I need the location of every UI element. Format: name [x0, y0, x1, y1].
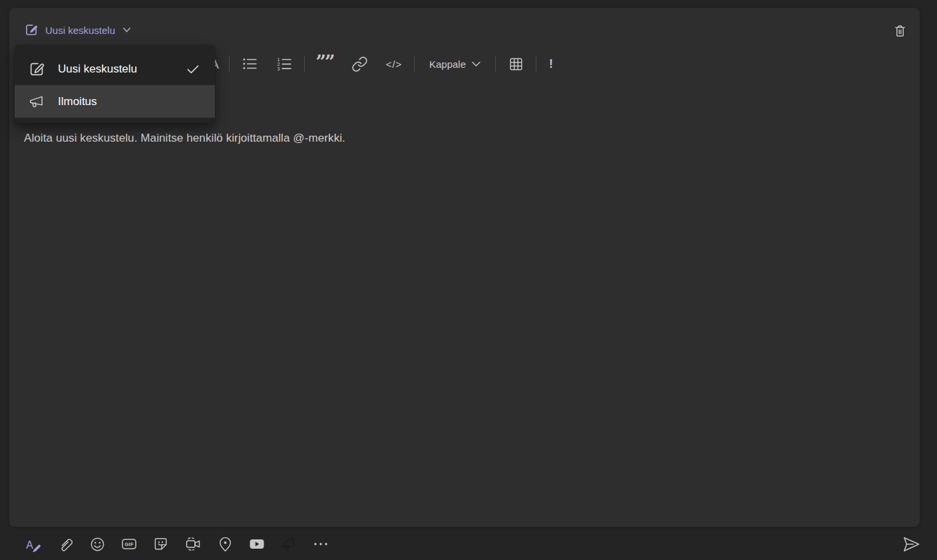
numbered-list-button[interactable]: 1 2 3 — [267, 52, 301, 76]
menu-item-label: Uusi keskustelu — [58, 63, 137, 76]
conversation-type-trigger[interactable]: Uusi keskustelu — [24, 20, 132, 40]
trash-icon — [892, 24, 908, 39]
emoji-button[interactable] — [88, 534, 106, 554]
toolbar-divider — [414, 56, 415, 72]
gif-icon: GIF — [120, 535, 138, 553]
compose-icon — [28, 61, 45, 78]
format-button[interactable]: A — [24, 534, 43, 554]
gif-button[interactable]: GIF — [120, 534, 138, 554]
svg-text:3: 3 — [277, 66, 280, 72]
message-editor-placeholder[interactable]: Aloita uusi keskustelu. Mainitse henkilö… — [24, 132, 345, 145]
bullet-list-icon — [241, 55, 258, 72]
code-icon: </> — [386, 59, 403, 70]
mark-important-button[interactable]: ! — [539, 52, 563, 76]
checkmark-icon — [184, 61, 202, 78]
paragraph-style-dropdown[interactable]: Kappale — [417, 52, 492, 76]
stream-video-button[interactable] — [248, 534, 266, 554]
location-pin-icon — [216, 535, 234, 553]
send-message-button[interactable] — [898, 532, 922, 556]
link-button[interactable] — [342, 52, 377, 76]
send-icon — [900, 534, 921, 555]
menu-item-new-conversation[interactable]: Uusi keskustelu — [15, 53, 215, 85]
chevron-down-icon — [472, 61, 480, 67]
discard-draft-button[interactable] — [890, 22, 909, 41]
bullet-list-button[interactable] — [232, 52, 267, 76]
paperclip-icon — [57, 535, 75, 553]
attach-file-button[interactable] — [56, 534, 75, 554]
menu-item-announcement[interactable]: Ilmoitus — [15, 85, 215, 118]
praise-megaphone-icon — [280, 535, 298, 553]
code-snippet-button[interactable]: </> — [377, 52, 411, 76]
more-options-button[interactable] — [311, 534, 330, 554]
insert-table-button[interactable] — [498, 52, 533, 76]
conversation-type-menu: Uusi keskustelu Ilmoitus — [15, 45, 215, 123]
compose-actions-toolbar: A GIF — [24, 533, 330, 555]
numbered-list-icon: 1 2 3 — [276, 55, 293, 72]
gif-label: GIF — [124, 541, 134, 547]
toolbar-divider — [536, 56, 536, 72]
location-button[interactable] — [216, 534, 234, 554]
compose-icon — [24, 23, 39, 37]
teams-compose-screen: { "colors": { "page_bg": "#252424", "car… — [0, 0, 937, 560]
video-play-icon — [248, 535, 266, 553]
table-icon — [508, 56, 524, 72]
more-dots-icon — [311, 535, 330, 553]
meet-now-button[interactable] — [184, 534, 202, 554]
format-toolbar: A 1 2 3 ”” — [202, 52, 563, 76]
format-icon: A — [24, 534, 43, 554]
praise-button[interactable] — [280, 534, 298, 554]
conversation-type-label: Uusi keskustelu — [45, 25, 115, 36]
link-icon — [351, 56, 368, 72]
toolbar-divider — [495, 56, 496, 72]
important-icon: ! — [549, 57, 553, 71]
megaphone-icon — [28, 93, 45, 110]
video-camera-icon — [184, 535, 202, 553]
quote-icon: ”” — [315, 52, 333, 72]
paragraph-style-label: Kappale — [429, 59, 466, 70]
chevron-down-icon — [122, 25, 132, 35]
toolbar-divider — [229, 56, 230, 72]
sticker-icon — [152, 535, 170, 553]
svg-text:A: A — [26, 539, 33, 551]
sticker-button[interactable] — [152, 534, 170, 554]
menu-item-label: Ilmoitus — [58, 95, 97, 108]
emoji-icon — [89, 535, 106, 553]
toolbar-divider — [304, 56, 305, 72]
quote-button[interactable]: ”” — [307, 52, 342, 76]
